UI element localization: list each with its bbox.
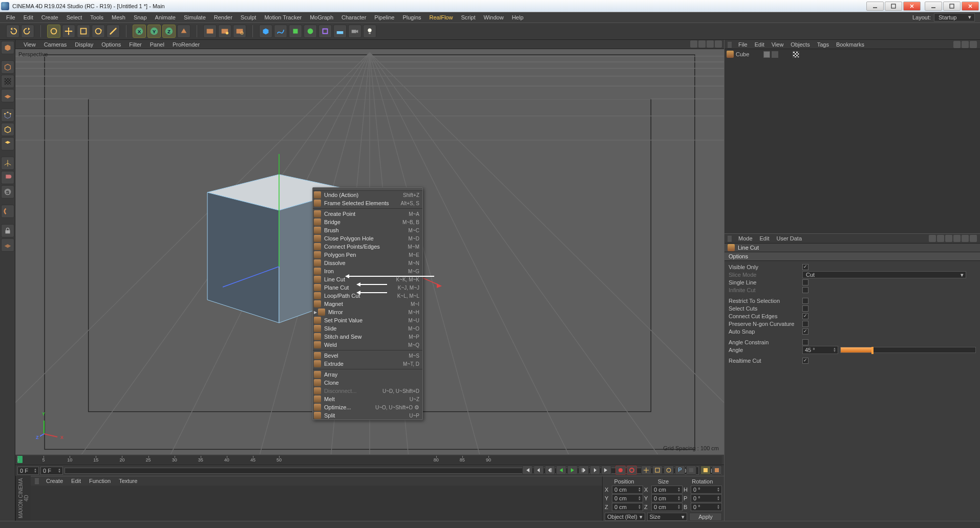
render-view[interactable]	[203, 25, 217, 38]
attr-tab-options[interactable]: Options	[725, 252, 980, 261]
key-pos[interactable]	[641, 466, 651, 475]
menu-select[interactable]: Select	[62, 12, 87, 23]
render-pv[interactable]	[218, 25, 231, 38]
attr-nav-icon-1[interactable]	[937, 235, 944, 242]
coord-H-rot[interactable]: 0 °▲▼	[691, 486, 722, 494]
objmgr-menu-view[interactable]: View	[768, 41, 787, 48]
checkbox[interactable]	[802, 321, 808, 327]
coord-X-size[interactable]: 0 cm▲▼	[651, 486, 683, 494]
ctx-array[interactable]: Array	[313, 370, 422, 379]
objmgr-icon-3[interactable]	[970, 41, 977, 48]
menu-plugins[interactable]: Plugins	[398, 12, 425, 23]
viewport-icon-2[interactable]	[698, 40, 706, 48]
add-cube[interactable]	[259, 25, 272, 38]
autokey[interactable]	[627, 466, 637, 475]
object-cube[interactable]: Cube	[727, 50, 978, 58]
checkbox[interactable]	[802, 339, 808, 345]
ctx-optimize-[interactable]: Optimize...U~O, U~Shift+O⚙	[313, 403, 422, 411]
add-generator[interactable]	[289, 25, 302, 38]
model-mode[interactable]	[1, 60, 14, 74]
add-generator2[interactable]	[304, 25, 317, 38]
ctx-create-point[interactable]: Create PointM~A	[313, 210, 422, 218]
attr-nav-icon-4[interactable]	[962, 235, 969, 242]
ctx-weld[interactable]: WeldM~Q	[313, 341, 422, 349]
x-axis-lock[interactable]: X	[133, 25, 146, 38]
add-light[interactable]	[363, 25, 376, 38]
goto-start[interactable]	[522, 466, 532, 475]
ctx-bevel[interactable]: BevelM~S	[313, 351, 422, 360]
coord-X-pos[interactable]: 0 cm▲▼	[612, 486, 643, 494]
material-menu-texture[interactable]: Texture	[115, 478, 141, 484]
locked-workplane[interactable]	[1, 224, 14, 237]
attr-menu-edit[interactable]: Edit	[756, 235, 773, 241]
attr-menu-mode[interactable]: Mode	[735, 235, 756, 241]
timeline-ruler[interactable]: 05101520253035404550808590	[15, 454, 724, 465]
point-mode[interactable]	[1, 108, 14, 122]
add-spline[interactable]	[274, 25, 287, 38]
object-manager-tree[interactable]: Cube	[725, 49, 980, 233]
material-menu-edit[interactable]: Edit	[67, 478, 85, 484]
slider[interactable]	[840, 347, 976, 353]
key-pla[interactable]	[686, 466, 696, 475]
checkbox[interactable]	[802, 313, 808, 319]
edge-mode[interactable]	[1, 123, 14, 136]
make-editable[interactable]	[1, 41, 14, 54]
menu-snap[interactable]: Snap	[130, 12, 151, 23]
current-frame[interactable]: 0 F▲▼	[40, 467, 63, 475]
coord-B-rot[interactable]: 0 °▲▼	[691, 503, 722, 511]
add-deformer[interactable]	[318, 25, 332, 38]
menu-edit[interactable]: Edit	[19, 12, 37, 23]
menu-window[interactable]: Window	[480, 12, 508, 23]
ctx-melt[interactable]: MeltU~Z	[313, 395, 422, 403]
window-maximize-button[interactable]	[885, 2, 902, 11]
ctx-close-polygon-hole[interactable]: Close Polygon HoleM~D	[313, 234, 422, 243]
ctx-magnet[interactable]: MagnetM~I	[313, 300, 422, 308]
objmgr-icon-2[interactable]	[962, 41, 969, 48]
redo-button[interactable]	[21, 25, 34, 38]
checkbox[interactable]	[802, 264, 808, 270]
range-start[interactable]: 0 F▲▼	[17, 467, 39, 475]
menu-simulate[interactable]: Simulate	[180, 12, 210, 23]
menu-help[interactable]: Help	[508, 12, 528, 23]
live-select-tool[interactable]	[47, 25, 60, 38]
goto-next-key[interactable]	[590, 466, 600, 475]
coord-Y-size[interactable]: 0 cm▲▼	[651, 494, 683, 502]
ctx-connect-points-edges[interactable]: Connect Points/EdgesM~M	[313, 243, 422, 251]
render-settings[interactable]	[233, 25, 246, 38]
attr-nav-icon-3[interactable]	[953, 235, 961, 242]
attr-nav-icon-5[interactable]	[970, 235, 977, 242]
viewport-icon-3[interactable]	[707, 40, 714, 48]
checkbox[interactable]	[802, 305, 808, 312]
keymode-1[interactable]	[700, 466, 711, 475]
coord-system[interactable]	[177, 25, 190, 38]
viewport-menu-view[interactable]: View	[19, 41, 40, 48]
menu-sculpt[interactable]: Sculpt	[237, 12, 261, 23]
checkbox[interactable]	[802, 279, 808, 285]
last-tool[interactable]	[106, 25, 120, 38]
ctx-brush[interactable]: BrushM~C	[313, 226, 422, 234]
phong-tag[interactable]	[793, 51, 799, 58]
doc-close-button[interactable]	[962, 2, 979, 11]
coord-Z-pos[interactable]: 0 cm▲▼	[612, 503, 643, 511]
keymode-2[interactable]	[712, 466, 722, 475]
polygon-mode[interactable]	[1, 137, 14, 150]
layout-dropdown[interactable]: Startup	[934, 13, 975, 21]
viewport-menu-prorender[interactable]: ProRender	[168, 41, 204, 48]
coord-Z-size[interactable]: 0 cm▲▼	[651, 503, 683, 511]
ctx-frame-selected-elements[interactable]: Frame Selected ElementsAlt+S, S	[313, 199, 422, 207]
menu-animate[interactable]: Animate	[151, 12, 180, 23]
menu-script[interactable]: Script	[457, 12, 479, 23]
ctx-dissolve[interactable]: DissolveM~N	[313, 259, 422, 267]
checkbox[interactable]	[802, 328, 808, 335]
objmgr-menu-edit[interactable]: Edit	[751, 41, 768, 48]
attr-nav-icon-0[interactable]	[929, 235, 936, 242]
menu-pipeline[interactable]: Pipeline	[370, 12, 398, 23]
ctx-bridge[interactable]: BridgeM~B, B	[313, 218, 422, 226]
move-tool[interactable]	[62, 25, 75, 38]
coord-P-rot[interactable]: 0 °▲▼	[691, 494, 722, 502]
viewport-icon-4[interactable]	[715, 40, 722, 48]
viewport-solo[interactable]	[1, 171, 14, 184]
objmgr-icon-1[interactable]	[953, 41, 961, 48]
ctx-extrude[interactable]: ExtrudeM~T, D	[313, 360, 422, 368]
menu-create[interactable]: Create	[37, 12, 62, 23]
